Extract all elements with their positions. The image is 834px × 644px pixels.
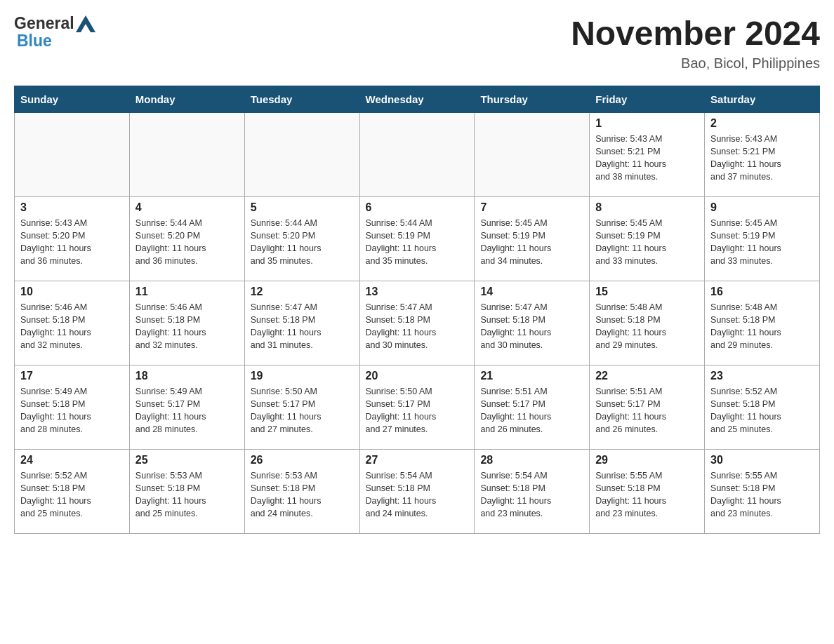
calendar-cell: 14Sunrise: 5:47 AM Sunset: 5:18 PM Dayli… bbox=[475, 281, 590, 365]
day-number: 23 bbox=[710, 370, 814, 382]
weekday-header-monday: Monday bbox=[129, 86, 244, 113]
logo: General Blue bbox=[14, 14, 95, 51]
day-info: Sunrise: 5:47 AM Sunset: 5:18 PM Dayligh… bbox=[366, 302, 437, 350]
day-info: Sunrise: 5:55 AM Sunset: 5:18 PM Dayligh… bbox=[710, 471, 781, 518]
day-info: Sunrise: 5:51 AM Sunset: 5:17 PM Dayligh… bbox=[595, 387, 666, 434]
day-info: Sunrise: 5:54 AM Sunset: 5:18 PM Dayligh… bbox=[480, 471, 551, 518]
day-number: 11 bbox=[135, 286, 239, 298]
calendar-cell: 11Sunrise: 5:46 AM Sunset: 5:18 PM Dayli… bbox=[129, 281, 244, 365]
day-number: 17 bbox=[20, 370, 124, 382]
calendar-cell: 5Sunrise: 5:44 AM Sunset: 5:20 PM Daylig… bbox=[244, 197, 359, 281]
day-info: Sunrise: 5:47 AM Sunset: 5:18 PM Dayligh… bbox=[251, 302, 322, 350]
day-number: 8 bbox=[595, 201, 699, 214]
day-info: Sunrise: 5:55 AM Sunset: 5:18 PM Dayligh… bbox=[595, 471, 666, 518]
day-info: Sunrise: 5:44 AM Sunset: 5:19 PM Dayligh… bbox=[366, 218, 437, 266]
calendar-cell: 1Sunrise: 5:43 AM Sunset: 5:21 PM Daylig… bbox=[590, 113, 705, 197]
day-number: 19 bbox=[251, 370, 354, 382]
calendar-cell: 25Sunrise: 5:53 AM Sunset: 5:18 PM Dayli… bbox=[129, 450, 244, 534]
day-number: 16 bbox=[710, 286, 814, 298]
calendar-cell: 21Sunrise: 5:51 AM Sunset: 5:17 PM Dayli… bbox=[475, 365, 590, 450]
day-number: 12 bbox=[251, 286, 354, 298]
day-number: 5 bbox=[251, 201, 354, 214]
calendar-cell: 2Sunrise: 5:43 AM Sunset: 5:21 PM Daylig… bbox=[705, 113, 820, 197]
weekday-header-saturday: Saturday bbox=[705, 86, 820, 113]
day-info: Sunrise: 5:43 AM Sunset: 5:21 PM Dayligh… bbox=[710, 134, 781, 182]
day-info: Sunrise: 5:46 AM Sunset: 5:18 PM Dayligh… bbox=[20, 302, 91, 350]
weekday-header-tuesday: Tuesday bbox=[244, 86, 359, 113]
calendar-cell: 4Sunrise: 5:44 AM Sunset: 5:20 PM Daylig… bbox=[129, 197, 244, 281]
weekday-header-thursday: Thursday bbox=[475, 86, 590, 113]
weekday-row: SundayMondayTuesdayWednesdayThursdayFrid… bbox=[15, 86, 820, 113]
day-number: 2 bbox=[710, 117, 814, 130]
week-row-5: 24Sunrise: 5:52 AM Sunset: 5:18 PM Dayli… bbox=[15, 450, 820, 534]
day-info: Sunrise: 5:50 AM Sunset: 5:17 PM Dayligh… bbox=[366, 387, 437, 434]
calendar-cell: 22Sunrise: 5:51 AM Sunset: 5:17 PM Dayli… bbox=[590, 365, 705, 450]
calendar-cell: 16Sunrise: 5:48 AM Sunset: 5:18 PM Dayli… bbox=[705, 281, 820, 365]
week-row-3: 10Sunrise: 5:46 AM Sunset: 5:18 PM Dayli… bbox=[15, 281, 820, 365]
calendar-cell: 17Sunrise: 5:49 AM Sunset: 5:18 PM Dayli… bbox=[15, 365, 130, 450]
day-info: Sunrise: 5:52 AM Sunset: 5:18 PM Dayligh… bbox=[710, 387, 781, 434]
calendar-cell: 7Sunrise: 5:45 AM Sunset: 5:19 PM Daylig… bbox=[475, 197, 590, 281]
week-row-4: 17Sunrise: 5:49 AM Sunset: 5:18 PM Dayli… bbox=[15, 365, 820, 450]
calendar-cell: 9Sunrise: 5:45 AM Sunset: 5:19 PM Daylig… bbox=[705, 197, 820, 281]
calendar-cell: 19Sunrise: 5:50 AM Sunset: 5:17 PM Dayli… bbox=[244, 365, 359, 450]
day-number: 9 bbox=[710, 201, 814, 214]
calendar-cell: 30Sunrise: 5:55 AM Sunset: 5:18 PM Dayli… bbox=[705, 450, 820, 534]
week-row-2: 3Sunrise: 5:43 AM Sunset: 5:20 PM Daylig… bbox=[15, 197, 820, 281]
calendar-header: SundayMondayTuesdayWednesdayThursdayFrid… bbox=[15, 86, 820, 113]
header: General Blue November 2024 Bao, Bicol, P… bbox=[14, 14, 820, 72]
day-info: Sunrise: 5:49 AM Sunset: 5:18 PM Dayligh… bbox=[20, 387, 91, 434]
calendar-cell: 18Sunrise: 5:49 AM Sunset: 5:17 PM Dayli… bbox=[129, 365, 244, 450]
day-number: 28 bbox=[480, 454, 583, 467]
weekday-header-wednesday: Wednesday bbox=[359, 86, 475, 113]
calendar-cell: 12Sunrise: 5:47 AM Sunset: 5:18 PM Dayli… bbox=[244, 281, 359, 365]
week-row-1: 1Sunrise: 5:43 AM Sunset: 5:21 PM Daylig… bbox=[15, 113, 820, 197]
calendar-cell: 27Sunrise: 5:54 AM Sunset: 5:18 PM Dayli… bbox=[359, 450, 475, 534]
day-number: 18 bbox=[135, 370, 239, 382]
calendar-body: 1Sunrise: 5:43 AM Sunset: 5:21 PM Daylig… bbox=[15, 113, 820, 534]
day-info: Sunrise: 5:46 AM Sunset: 5:18 PM Dayligh… bbox=[135, 302, 206, 350]
day-info: Sunrise: 5:50 AM Sunset: 5:17 PM Dayligh… bbox=[251, 387, 322, 434]
day-number: 4 bbox=[135, 201, 239, 214]
day-info: Sunrise: 5:44 AM Sunset: 5:20 PM Dayligh… bbox=[135, 218, 206, 266]
calendar-table: SundayMondayTuesdayWednesdayThursdayFrid… bbox=[14, 86, 820, 534]
title-area: November 2024 Bao, Bicol, Philippines bbox=[571, 14, 820, 72]
day-info: Sunrise: 5:53 AM Sunset: 5:18 PM Dayligh… bbox=[135, 471, 206, 518]
day-info: Sunrise: 5:48 AM Sunset: 5:18 PM Dayligh… bbox=[710, 302, 781, 350]
page-title: November 2024 bbox=[571, 14, 820, 53]
day-number: 27 bbox=[366, 454, 469, 467]
day-number: 14 bbox=[480, 286, 583, 298]
calendar-cell bbox=[129, 113, 244, 197]
logo-general-text: General bbox=[14, 14, 74, 33]
logo-triangle-icon bbox=[76, 15, 95, 32]
day-number: 29 bbox=[595, 454, 699, 467]
day-number: 25 bbox=[135, 454, 239, 467]
day-info: Sunrise: 5:47 AM Sunset: 5:18 PM Dayligh… bbox=[480, 302, 551, 350]
day-info: Sunrise: 5:43 AM Sunset: 5:20 PM Dayligh… bbox=[20, 218, 91, 266]
day-info: Sunrise: 5:51 AM Sunset: 5:17 PM Dayligh… bbox=[480, 387, 551, 434]
day-info: Sunrise: 5:52 AM Sunset: 5:18 PM Dayligh… bbox=[20, 471, 91, 518]
calendar-cell bbox=[475, 113, 590, 197]
calendar-cell: 13Sunrise: 5:47 AM Sunset: 5:18 PM Dayli… bbox=[359, 281, 475, 365]
calendar-cell: 26Sunrise: 5:53 AM Sunset: 5:18 PM Dayli… bbox=[244, 450, 359, 534]
calendar-cell bbox=[15, 113, 130, 197]
day-info: Sunrise: 5:49 AM Sunset: 5:17 PM Dayligh… bbox=[135, 387, 206, 434]
day-number: 7 bbox=[480, 201, 583, 214]
day-info: Sunrise: 5:53 AM Sunset: 5:18 PM Dayligh… bbox=[251, 471, 322, 518]
day-number: 15 bbox=[595, 286, 699, 298]
day-info: Sunrise: 5:48 AM Sunset: 5:18 PM Dayligh… bbox=[595, 302, 666, 350]
weekday-header-friday: Friday bbox=[590, 86, 705, 113]
day-number: 10 bbox=[20, 286, 124, 298]
page-subtitle: Bao, Bicol, Philippines bbox=[571, 55, 820, 72]
day-info: Sunrise: 5:44 AM Sunset: 5:20 PM Dayligh… bbox=[251, 218, 322, 266]
day-number: 1 bbox=[595, 117, 699, 130]
day-info: Sunrise: 5:45 AM Sunset: 5:19 PM Dayligh… bbox=[710, 218, 781, 266]
day-number: 30 bbox=[710, 454, 814, 467]
day-number: 20 bbox=[366, 370, 469, 382]
day-info: Sunrise: 5:45 AM Sunset: 5:19 PM Dayligh… bbox=[480, 218, 551, 266]
calendar-cell: 3Sunrise: 5:43 AM Sunset: 5:20 PM Daylig… bbox=[15, 197, 130, 281]
logo-blue-text: Blue bbox=[17, 32, 52, 51]
day-number: 24 bbox=[20, 454, 124, 467]
day-info: Sunrise: 5:43 AM Sunset: 5:21 PM Dayligh… bbox=[595, 134, 666, 182]
weekday-header-sunday: Sunday bbox=[15, 86, 130, 113]
